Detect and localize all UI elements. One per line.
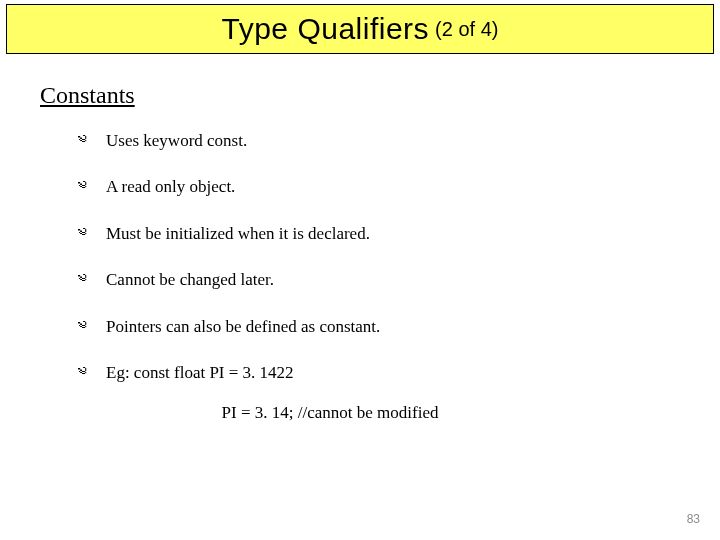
list-item: ༄ A read only object.	[78, 177, 680, 197]
list-item: ༄ Uses keyword const.	[78, 131, 680, 151]
title-bar: Type Qualifiers (2 of 4)	[6, 4, 714, 54]
page-number: 83	[687, 512, 700, 526]
list-item: ༄ Cannot be changed later.	[78, 270, 680, 290]
bullet-icon: ༄	[78, 224, 87, 244]
bullet-text: A read only object.	[106, 177, 235, 196]
bullet-icon: ༄	[78, 317, 87, 337]
bullet-text: Pointers can also be defined as constant…	[106, 317, 380, 336]
list-item: ༄ Must be initialized when it is declare…	[78, 224, 680, 244]
list-item: ༄ Pointers can also be defined as consta…	[78, 317, 680, 337]
slide-title: Type Qualifiers	[222, 12, 430, 46]
list-item: ༄ Eg: const float PI = 3. 1422	[78, 363, 680, 383]
bullet-text: Must be initialized when it is declared.	[106, 224, 370, 243]
slide-subtitle: (2 of 4)	[435, 18, 498, 41]
bullet-text: Uses keyword const.	[106, 131, 247, 150]
bullet-icon: ༄	[78, 177, 87, 197]
bullet-list: ༄ Uses keyword const. ༄ A read only obje…	[78, 131, 680, 383]
bullet-text: Eg: const float PI = 3. 1422	[106, 363, 294, 382]
note-line: PI = 3. 14; //cannot be modified	[40, 403, 680, 423]
bullet-icon: ༄	[78, 131, 87, 151]
bullet-icon: ༄	[78, 270, 87, 290]
bullet-text: Cannot be changed later.	[106, 270, 274, 289]
section-heading: Constants	[40, 82, 680, 109]
bullet-icon: ༄	[78, 363, 87, 383]
content-area: Constants ༄ Uses keyword const. ༄ A read…	[0, 54, 720, 423]
